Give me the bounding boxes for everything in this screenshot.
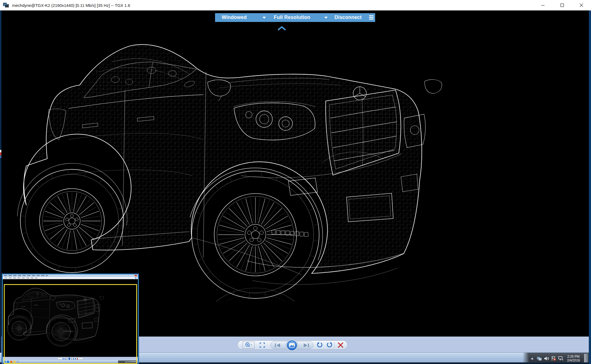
window-titlebar: mechdyne@TGX-K2 (2160x1440) [0.11 Mb/s] …: [0, 0, 591, 10]
overview-thumbnail-window[interactable]: [2, 274, 139, 364]
action-center-icon[interactable]: [550, 355, 557, 362]
rotate-clockwise-button[interactable]: [325, 341, 334, 349]
resolution-dropdown-caret-icon[interactable]: [324, 17, 328, 19]
previous-button[interactable]: [274, 343, 281, 348]
photo-viewer-controls: [237, 340, 348, 350]
flag-error-icon: [551, 356, 556, 361]
delete-button[interactable]: [336, 341, 345, 349]
rotate-cw-icon: [326, 342, 333, 348]
thumbnail-close-icon[interactable]: [135, 275, 137, 276]
chevron-up-small-icon: [531, 357, 534, 360]
clipped-edge-icon: [0, 150, 1, 158]
window-title: mechdyne@TGX-K2 (2160x1440) [0.11 Mb/s] …: [12, 3, 130, 8]
tgx-tray-icon[interactable]: [536, 355, 543, 362]
clock-time: 2:25 PM: [565, 355, 582, 359]
rotate-ccw-icon: [316, 342, 323, 348]
speaker-icon: [544, 356, 549, 361]
windowed-button[interactable]: Windowed: [222, 13, 247, 22]
thumbnail-title-text: [4, 275, 48, 276]
thumbnail-menubar: [3, 277, 138, 279]
delete-x-icon: [338, 342, 344, 348]
minimize-button[interactable]: [533, 0, 553, 10]
remote-desktop-view[interactable]: Windowed Full Resolution Disconnect: [0, 10, 591, 364]
windowed-dropdown-caret-icon[interactable]: [263, 17, 266, 19]
thumbnail-menu-text: [4, 278, 37, 278]
maximize-button[interactable]: [553, 0, 572, 10]
chevron-up-icon[interactable]: [277, 26, 286, 31]
desktop-left-edge-strip: [0, 10, 1, 353]
thumbnail-help-icon: [135, 277, 136, 279]
tgx-app-icon: [3, 2, 9, 8]
slideshow-button[interactable]: [286, 339, 298, 352]
viewport-rectangle[interactable]: [4, 284, 137, 364]
thumbnail-titlebar: [3, 275, 138, 277]
minimize-icon: [541, 3, 545, 7]
network-monitor-icon: [558, 356, 564, 361]
fit-to-window-icon: [260, 342, 265, 348]
clock-date: 2/4/2016: [565, 359, 582, 362]
next-button[interactable]: [303, 343, 310, 348]
desktop-right-edge-strip: [589, 10, 591, 364]
disconnect-button[interactable]: Disconnect: [334, 13, 362, 22]
show-hidden-icons-button[interactable]: [529, 355, 536, 362]
close-icon: [579, 3, 583, 7]
close-button[interactable]: [572, 0, 591, 10]
separator: [334, 342, 334, 348]
fit-to-window-button[interactable]: [258, 341, 266, 349]
volume-icon[interactable]: [543, 355, 550, 362]
network-icon[interactable]: [557, 355, 564, 362]
dual-monitor-icon: [537, 356, 542, 361]
tgx-toolbar: Windowed Full Resolution Disconnect: [215, 13, 375, 22]
magnifier-icon: [244, 342, 253, 348]
hamburger-menu-icon[interactable]: [369, 15, 373, 19]
show-desktop-button[interactable]: [584, 354, 588, 363]
rotate-counterclockwise-button[interactable]: [316, 341, 324, 349]
maximize-icon: [560, 3, 564, 7]
tray-clock[interactable]: 2:25 PM 2/4/2016: [565, 355, 582, 362]
full-resolution-button[interactable]: Full Resolution: [274, 13, 310, 22]
zoom-button[interactable]: [242, 341, 255, 349]
